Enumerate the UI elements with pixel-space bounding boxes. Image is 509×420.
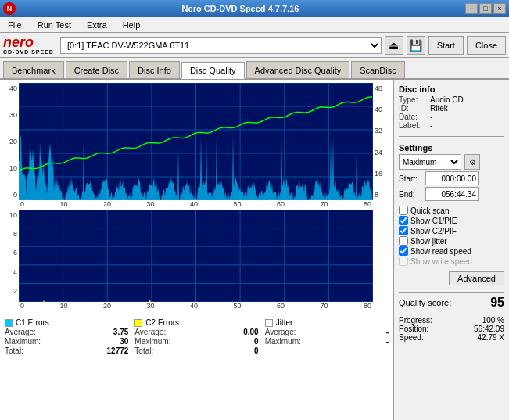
jitter-checkbox-label: Show jitter bbox=[410, 237, 447, 246]
upper-x-axis: 01020304050607080 bbox=[19, 200, 373, 208]
speed-label: Speed: bbox=[399, 333, 424, 342]
eject-button[interactable]: ⏏ bbox=[385, 36, 403, 55]
progress-value: 100 % bbox=[482, 316, 504, 325]
date-label: Date: bbox=[399, 113, 427, 121]
menu-bar: File Run Test Extra Help bbox=[0, 17, 509, 33]
jitter-avg: - bbox=[386, 328, 389, 336]
speed-row: Maximum ⚙ bbox=[399, 154, 504, 170]
upper-y-axis-right: 48403224168 bbox=[373, 83, 390, 208]
write-speed-checkbox[interactable] bbox=[399, 257, 408, 266]
jitter-checkbox[interactable] bbox=[399, 236, 408, 246]
drive-select[interactable]: [0:1] TEAC DV-W522GMA 6T11 bbox=[60, 37, 382, 54]
speed-select[interactable]: Maximum bbox=[399, 154, 461, 170]
quality-score-value: 95 bbox=[490, 296, 504, 310]
maximize-button[interactable]: □ bbox=[479, 3, 492, 14]
menu-help[interactable]: Help bbox=[118, 19, 145, 31]
tab-disc-info[interactable]: Disc Info bbox=[129, 61, 180, 78]
tab-bar: Benchmark Create Disc Disc Info Disc Qua… bbox=[0, 58, 509, 80]
c1-avg: 3.75 bbox=[113, 328, 128, 336]
c2-color-box bbox=[134, 319, 142, 327]
jitter-max: - bbox=[386, 337, 389, 346]
upper-chart-container: 403020100 01020304050607080 48403224168 bbox=[3, 83, 390, 208]
save-button[interactable]: 💾 bbox=[407, 36, 425, 55]
jitter-stats: Jitter Average: - Maximum: - bbox=[265, 318, 389, 355]
c1-total: 12772 bbox=[107, 346, 129, 355]
end-row: End: bbox=[399, 187, 504, 201]
tab-disc-quality[interactable]: Disc Quality bbox=[181, 62, 245, 79]
c2pif-checkbox[interactable] bbox=[399, 226, 408, 235]
menu-extra[interactable]: Extra bbox=[82, 19, 112, 31]
c1pie-checkbox[interactable] bbox=[399, 216, 408, 225]
checkboxes-section: Quick scan Show C1/PIE Show C2/PIF Show … bbox=[399, 206, 504, 267]
tab-scandisc[interactable]: ScanDisc bbox=[351, 61, 404, 78]
disc-label-value: - bbox=[430, 121, 432, 130]
disc-info-section: Disc info Type: Audio CD ID: Ritek Date:… bbox=[399, 84, 504, 130]
minimize-button[interactable]: − bbox=[465, 3, 478, 14]
tab-advanced-disc-quality[interactable]: Advanced Disc Quality bbox=[246, 61, 350, 78]
position-label: Position: bbox=[399, 325, 428, 333]
c1-color-box bbox=[5, 319, 13, 327]
close-button[interactable]: Close bbox=[467, 36, 506, 55]
c1-stats: C1 Errors Average: 3.75 Maximum: 30 Tota… bbox=[5, 318, 128, 355]
c1-max: 30 bbox=[120, 337, 128, 346]
advanced-button[interactable]: Advanced bbox=[449, 271, 504, 285]
app-icon: N bbox=[3, 2, 16, 15]
settings-icon-btn[interactable]: ⚙ bbox=[464, 154, 480, 170]
lower-chart: 01020304050607080 bbox=[19, 210, 373, 315]
title-bar-text: Nero CD-DVD Speed 4.7.7.16 bbox=[16, 4, 465, 13]
jitter-label: Jitter bbox=[276, 318, 293, 327]
type-label: Type: bbox=[399, 95, 427, 104]
write-speed-row: Show write speed bbox=[399, 257, 504, 266]
speed-value: 42.79 X bbox=[478, 333, 504, 342]
id-value: Ritek bbox=[430, 104, 448, 113]
divider-1 bbox=[399, 136, 504, 137]
settings-section: Settings Maximum ⚙ Start: End: bbox=[399, 143, 504, 203]
lower-x-axis: 01020304050607080 bbox=[19, 302, 373, 310]
quality-score-label: Quality score: bbox=[399, 298, 451, 307]
progress-label: Progress: bbox=[399, 316, 432, 325]
quick-scan-checkbox[interactable] bbox=[399, 206, 408, 215]
settings-title: Settings bbox=[399, 143, 504, 153]
lower-y-axis-left: 108642 bbox=[3, 210, 19, 315]
c2-max: 0 bbox=[254, 337, 259, 346]
right-panel: Disc info Type: Audio CD ID: Ritek Date:… bbox=[393, 80, 509, 420]
type-value: Audio CD bbox=[430, 95, 464, 104]
start-label: Start: bbox=[399, 174, 422, 183]
tab-benchmark[interactable]: Benchmark bbox=[3, 61, 64, 78]
end-input[interactable] bbox=[425, 187, 479, 201]
c2-stats: C2 Errors Average: 0.00 Maximum: 0 Total… bbox=[134, 318, 258, 355]
quick-scan-label: Quick scan bbox=[410, 206, 449, 215]
read-speed-row: Show read speed bbox=[399, 246, 504, 256]
date-value: - bbox=[430, 113, 432, 121]
jitter-row: Show jitter bbox=[399, 236, 504, 246]
read-speed-checkbox[interactable] bbox=[399, 246, 408, 256]
quality-score-section: Quality score: 95 bbox=[399, 292, 504, 310]
title-bar: N Nero CD-DVD Speed 4.7.7.16 − □ × bbox=[0, 0, 509, 17]
c1-label: C1 Errors bbox=[16, 318, 49, 327]
c2-label: C2 Errors bbox=[145, 318, 179, 327]
start-input[interactable] bbox=[425, 171, 479, 185]
disc-label-label: Label: bbox=[399, 121, 427, 130]
toolbar: nero CD-DVD SPEED [0:1] TEAC DV-W522GMA … bbox=[0, 33, 509, 58]
tab-create-disc[interactable]: Create Disc bbox=[66, 61, 127, 78]
nero-tagline: CD-DVD SPEED bbox=[3, 49, 54, 55]
chart-area: 403020100 01020304050607080 48403224168 … bbox=[0, 80, 393, 420]
disc-info-title: Disc info bbox=[399, 84, 504, 94]
id-label: ID: bbox=[399, 104, 427, 113]
c1pie-row: Show C1/PIE bbox=[399, 216, 504, 225]
c2-avg: 0.00 bbox=[243, 328, 258, 336]
write-speed-label: Show write speed bbox=[410, 257, 472, 266]
end-label: End: bbox=[399, 190, 422, 199]
start-row: Start: bbox=[399, 171, 504, 185]
menu-run-test[interactable]: Run Test bbox=[33, 19, 76, 31]
position-value: 56:42.09 bbox=[474, 325, 504, 333]
lower-chart-container: 108642 01020304050607080 bbox=[3, 210, 390, 315]
nero-logo: nero bbox=[3, 35, 54, 49]
c2pif-row: Show C2/PIF bbox=[399, 226, 504, 235]
progress-section: Progress: 100 % Position: 56:42.09 Speed… bbox=[399, 316, 504, 342]
start-button[interactable]: Start bbox=[428, 36, 464, 55]
lower-y-spacer bbox=[373, 210, 390, 315]
read-speed-label: Show read speed bbox=[410, 247, 471, 256]
close-window-button[interactable]: × bbox=[493, 3, 506, 14]
menu-file[interactable]: File bbox=[3, 19, 27, 31]
